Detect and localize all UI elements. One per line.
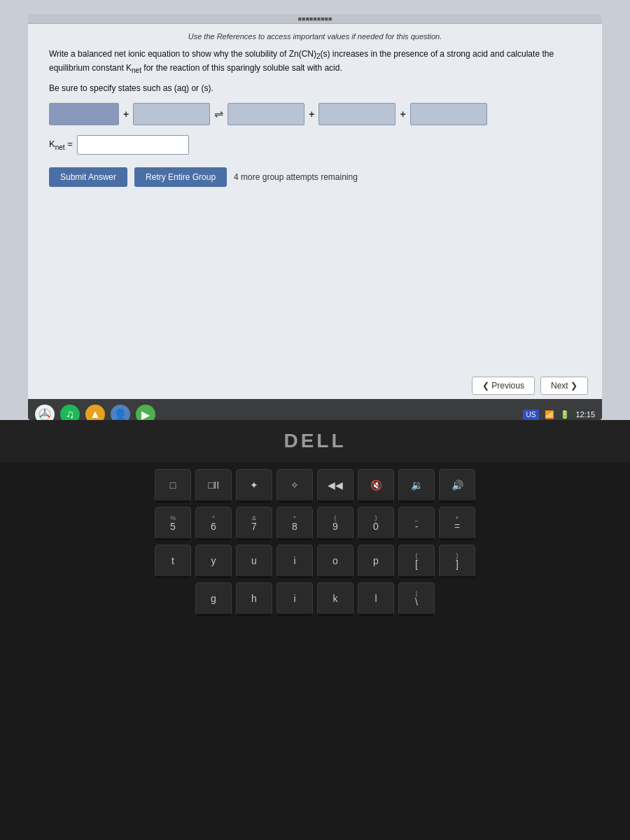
key-5-percent[interactable]: % 5 [155, 507, 191, 540]
arrow-symbol: ⇌ [214, 107, 223, 120]
instruction-text: Be sure to specify states such as (aq) o… [49, 83, 581, 93]
taskbar: ♫ ▲ 👤 ▶ US 📶 🔋 12:15 [28, 399, 602, 420]
alert-icon[interactable]: ▲ [85, 405, 105, 420]
svg-line-3 [47, 415, 50, 418]
taskbar-right: US 📶 🔋 12:15 [523, 410, 595, 420]
key-minus-underscore[interactable]: _ - [398, 507, 435, 540]
button-row: Submit Answer Retry Entire Group 4 more … [49, 167, 581, 187]
eq-input-2[interactable] [133, 103, 210, 125]
references-text: Use the References to access important v… [188, 32, 442, 41]
key-brightness-down[interactable]: ✦ [236, 469, 272, 503]
previous-button[interactable]: ❮ Previous [472, 377, 535, 395]
dell-logo: DELL [284, 430, 346, 452]
locale-flag: US [523, 410, 540, 420]
retry-entire-group-button[interactable]: Retry Entire Group [134, 167, 227, 187]
browser-tabs-hint: ■■■■■■■■■ [298, 15, 332, 22]
key-volume-down[interactable]: 🔉 [398, 469, 435, 503]
play-icon[interactable]: ▶ [136, 405, 155, 420]
key-close-brace[interactable]: } ] [439, 545, 475, 578]
knet-input[interactable] [77, 135, 189, 155]
key-square-icon[interactable]: □ [155, 469, 191, 503]
letter-row-t: t y u i o p { [ } ] [14, 545, 616, 578]
key-6-caret[interactable]: ^ 6 [195, 507, 232, 540]
eq-input-4[interactable] [318, 103, 396, 125]
key-p[interactable]: p [358, 545, 394, 578]
plus-symbol-1: + [123, 108, 129, 120]
key-u[interactable]: u [236, 545, 272, 578]
key-brightness-up[interactable]: ✧ [276, 469, 313, 503]
key-t[interactable]: t [155, 545, 191, 578]
key-g[interactable]: g [195, 582, 232, 616]
question-paragraph: Write a balanced net ionic equation to s… [49, 48, 581, 76]
key-multitask-icon[interactable]: □II [195, 469, 232, 503]
svg-point-1 [43, 412, 47, 416]
icon-key-row: □ □II ✦ ✧ ◀◀ 🔇 🔉 🔊 [14, 469, 616, 503]
user-icon[interactable]: 👤 [111, 405, 130, 420]
content-area: Use the References to access important v… [28, 24, 602, 420]
question-main-text: Write a balanced net ionic equation to s… [49, 49, 554, 73]
eq-input-3[interactable] [227, 103, 304, 125]
number-row: % 5 ^ 6 & 7 * 8 ( 9 ) 0 _ - + = [14, 507, 616, 540]
key-l[interactable]: l [358, 582, 394, 616]
svg-line-4 [40, 415, 43, 418]
plus-symbol-3: + [400, 108, 405, 120]
key-volume-mute[interactable]: 🔇 [358, 469, 394, 503]
equation-row: + ⇌ + + [49, 103, 581, 125]
screen-inner: ■■■■■■■■■ Use the References to access i… [28, 14, 602, 420]
keyboard-area: □ □II ✦ ✧ ◀◀ 🔇 🔉 🔊 % 5 ^ 6 [0, 462, 630, 840]
key-rewind[interactable]: ◀◀ [317, 469, 354, 503]
key-9-open-paren[interactable]: ( 9 [317, 507, 354, 540]
knet-label: Knet = [49, 139, 73, 151]
chrome-icon[interactable] [35, 405, 55, 420]
letter-row-g: g h i k l | \ [14, 582, 616, 616]
plus-symbol-2: + [309, 108, 314, 120]
screen-top-strip: ■■■■■■■■■ [28, 14, 602, 24]
key-plus-equals[interactable]: + = [439, 507, 475, 540]
key-7-ampersand[interactable]: & 7 [236, 507, 272, 540]
key-j[interactable]: i [276, 582, 313, 616]
key-8-asterisk[interactable]: * 8 [276, 507, 313, 540]
key-0-close-paren[interactable]: ) 0 [358, 507, 394, 540]
key-volume-up[interactable]: 🔊 [439, 469, 475, 503]
knet-row: Knet = [49, 135, 581, 155]
key-i[interactable]: i [276, 545, 313, 578]
key-h[interactable]: h [236, 582, 272, 616]
laptop-screen: ■■■■■■■■■ Use the References to access i… [0, 0, 630, 434]
key-o[interactable]: o [317, 545, 354, 578]
attempts-remaining-text: 4 more group attempts remaining [234, 172, 358, 182]
spotify-icon[interactable]: ♫ [60, 405, 80, 420]
eq-input-5[interactable] [410, 103, 487, 125]
key-k[interactable]: k [317, 582, 354, 616]
key-open-brace[interactable]: { [ [398, 545, 435, 578]
next-button[interactable]: Next ❯ [540, 377, 588, 395]
nav-buttons: ❮ Previous Next ❯ [472, 377, 588, 395]
key-y[interactable]: y [195, 545, 232, 578]
next-chevron: ❯ [570, 381, 578, 391]
battery-icon: 🔋 [560, 410, 570, 419]
clock-display: 12:15 [575, 410, 595, 419]
references-bar: Use the References to access important v… [49, 32, 581, 41]
wifi-icon: 📶 [545, 410, 554, 419]
submit-answer-button[interactable]: Submit Answer [49, 167, 127, 187]
key-pipe[interactable]: | \ [398, 582, 435, 616]
eq-input-1[interactable] [49, 103, 119, 125]
prev-chevron: ❮ [482, 381, 489, 391]
dell-logo-area: DELL [0, 420, 630, 462]
